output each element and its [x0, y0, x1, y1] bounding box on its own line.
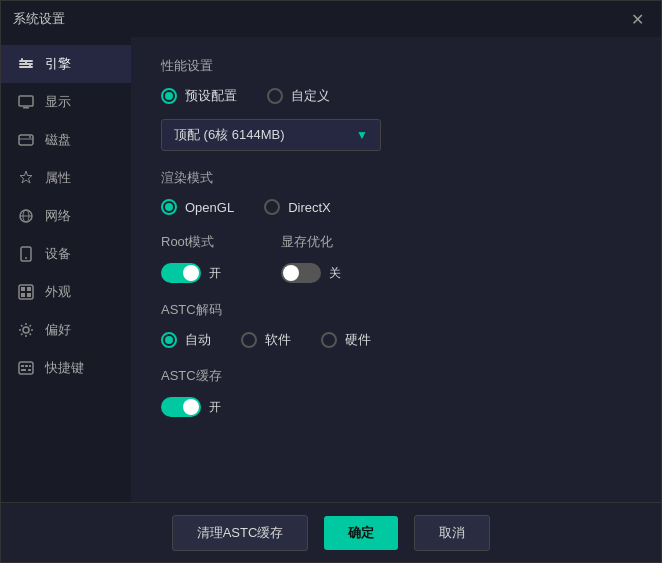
dropdown-arrow-icon: ▼: [356, 128, 368, 142]
astc-cache-toggle-label: 开: [209, 399, 221, 416]
opengl-radio[interactable]: OpenGL: [161, 199, 234, 215]
software-radio-outer: [241, 332, 257, 348]
opengl-radio-inner: [165, 203, 173, 211]
svg-rect-27: [28, 369, 31, 371]
dropdown-value: 顶配 (6核 6144MB): [174, 126, 285, 144]
custom-radio-outer: [267, 88, 283, 104]
svg-rect-25: [25, 365, 28, 367]
svg-rect-6: [19, 96, 33, 106]
auto-radio-outer: [161, 332, 177, 348]
hardware-radio[interactable]: 硬件: [321, 331, 371, 349]
mem-toggle[interactable]: [281, 263, 321, 283]
custom-label: 自定义: [291, 87, 330, 105]
preset-label: 预设配置: [185, 87, 237, 105]
svg-rect-4: [25, 61, 27, 65]
perf-radio-row: 预设配置 自定义: [161, 87, 631, 105]
perf-section: 性能设置 预设配置 自定义 顶配 (6核 6144MB) ▼: [161, 57, 631, 151]
sidebar-label-display: 显示: [45, 93, 71, 111]
svg-rect-22: [19, 362, 33, 374]
cancel-button[interactable]: 取消: [414, 515, 490, 551]
mem-toggle-label: 关: [329, 265, 341, 282]
appearance-icon: [17, 283, 35, 301]
sidebar-item-engine[interactable]: 引擎: [1, 45, 131, 83]
svg-rect-19: [21, 293, 25, 297]
sidebar-item-network[interactable]: 网络: [1, 197, 131, 235]
sidebar-label-disk: 磁盘: [45, 131, 71, 149]
directx-label: DirectX: [288, 200, 331, 215]
hardware-label: 硬件: [345, 331, 371, 349]
sidebar-item-display[interactable]: 显示: [1, 83, 131, 121]
svg-rect-7: [23, 107, 29, 109]
svg-rect-5: [29, 64, 31, 68]
software-radio[interactable]: 软件: [241, 331, 291, 349]
ok-button[interactable]: 确定: [324, 516, 398, 550]
title-bar: 系统设置 ✕: [1, 1, 661, 37]
software-label: 软件: [265, 331, 291, 349]
sidebar-label-preference: 偏好: [45, 321, 71, 339]
mem-toggle-container: 关: [281, 263, 341, 283]
render-section: 渲染模式 OpenGL DirectX: [161, 169, 631, 215]
root-title: Root模式: [161, 233, 221, 251]
property-icon: [17, 169, 35, 187]
sidebar-item-shortcut[interactable]: 快捷键: [1, 349, 131, 387]
sidebar-label-shortcut: 快捷键: [45, 359, 84, 377]
auto-radio-inner: [165, 336, 173, 344]
svg-point-21: [23, 327, 29, 333]
svg-rect-24: [21, 369, 26, 371]
custom-radio[interactable]: 自定义: [267, 87, 330, 105]
root-toggle-label: 开: [209, 265, 221, 282]
mem-toggle-knob: [283, 265, 299, 281]
root-toggle[interactable]: [161, 263, 201, 283]
astc-cache-toggle[interactable]: [161, 397, 201, 417]
preset-dropdown[interactable]: 顶配 (6核 6144MB) ▼: [161, 119, 381, 151]
svg-point-15: [25, 257, 27, 259]
root-mem-row: Root模式 开 显存优化 关: [161, 233, 631, 283]
svg-rect-3: [21, 58, 23, 62]
sidebar-item-disk[interactable]: 磁盘: [1, 121, 131, 159]
disk-icon: [17, 131, 35, 149]
astc-decode-title: ASTC解码: [161, 301, 631, 319]
preset-radio-outer: [161, 88, 177, 104]
astc-cache-title: ASTC缓存: [161, 367, 631, 385]
render-title: 渲染模式: [161, 169, 631, 187]
sidebar-item-device[interactable]: 设备: [1, 235, 131, 273]
hardware-radio-outer: [321, 332, 337, 348]
perf-title: 性能设置: [161, 57, 631, 75]
sidebar-label-engine: 引擎: [45, 55, 71, 73]
sidebar-item-property[interactable]: 属性: [1, 159, 131, 197]
sidebar-item-preference[interactable]: 偏好: [1, 311, 131, 349]
root-col: Root模式 开: [161, 233, 221, 283]
mem-title: 显存优化: [281, 233, 341, 251]
close-button[interactable]: ✕: [625, 7, 649, 31]
astc-decode-section: ASTC解码 自动 软件 硬件: [161, 301, 631, 349]
svg-rect-23: [21, 365, 24, 367]
display-icon: [17, 93, 35, 111]
preset-radio[interactable]: 预设配置: [161, 87, 237, 105]
svg-rect-18: [27, 287, 31, 291]
svg-rect-20: [27, 293, 31, 297]
auto-label: 自动: [185, 331, 211, 349]
preset-radio-inner: [165, 92, 173, 100]
opengl-label: OpenGL: [185, 200, 234, 215]
svg-rect-26: [29, 365, 31, 367]
directx-radio[interactable]: DirectX: [264, 199, 331, 215]
opengl-radio-outer: [161, 199, 177, 215]
render-radio-row: OpenGL DirectX: [161, 199, 631, 215]
root-toggle-knob: [183, 265, 199, 281]
main-body: 引擎 显示 磁盘: [1, 37, 661, 502]
dialog: 系统设置 ✕ 引擎: [0, 0, 662, 563]
sidebar-label-property: 属性: [45, 169, 71, 187]
auto-radio[interactable]: 自动: [161, 331, 211, 349]
sidebar-item-appearance[interactable]: 外观: [1, 273, 131, 311]
svg-rect-8: [19, 135, 33, 145]
sidebar-label-appearance: 外观: [45, 283, 71, 301]
astc-cache-section: ASTC缓存 开: [161, 367, 631, 417]
astc-cache-toggle-knob: [183, 399, 199, 415]
astc-cache-toggle-container: 开: [161, 397, 631, 417]
preference-icon: [17, 321, 35, 339]
sidebar-label-network: 网络: [45, 207, 71, 225]
engine-icon: [17, 55, 35, 73]
svg-point-10: [29, 136, 31, 138]
clear-cache-button[interactable]: 清理ASTC缓存: [172, 515, 309, 551]
device-icon: [17, 245, 35, 263]
